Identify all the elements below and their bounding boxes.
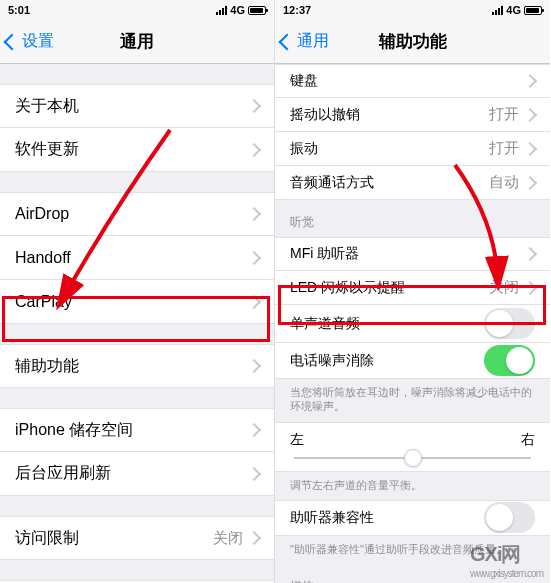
row-led-flash[interactable]: LED 闪烁以示提醒关闭 <box>275 271 550 305</box>
balance-slider[interactable] <box>294 457 531 459</box>
nav-bar: 设置 通用 <box>0 20 274 64</box>
row-noise-cancel[interactable]: 电话噪声消除 <box>275 343 550 379</box>
row-vibration[interactable]: 振动打开 <box>275 132 550 166</box>
row-airdrop[interactable]: AirDrop <box>0 192 274 236</box>
row-keyboard[interactable]: 键盘 <box>275 64 550 98</box>
status-time: 12:37 <box>283 4 311 16</box>
nav-bar: 通用 辅助功能 <box>275 20 550 64</box>
row-call-audio[interactable]: 音频通话方式自动 <box>275 166 550 200</box>
balance-right-label: 右 <box>521 431 535 449</box>
signal-icon <box>492 6 503 15</box>
back-button[interactable]: 通用 <box>275 31 329 52</box>
balance-left-label: 左 <box>290 431 304 449</box>
row-restrictions[interactable]: 访问限制关闭 <box>0 516 274 560</box>
row-background-refresh[interactable]: 后台应用刷新 <box>0 452 274 496</box>
balance-slider-row: 左 右 <box>275 422 550 472</box>
hearing-compat-toggle[interactable] <box>484 502 535 533</box>
watermark: GXi网 www.gxisystem.com <box>470 541 543 579</box>
noise-cancel-footer: 当您将听筒放在耳边时，噪声消除将减少电话中的环境噪声。 <box>275 379 550 422</box>
row-software-update[interactable]: 软件更新 <box>0 128 274 172</box>
row-carplay[interactable]: CarPlay <box>0 280 274 324</box>
status-bar: 12:37 4G <box>275 0 550 20</box>
noise-cancel-toggle[interactable] <box>484 345 535 376</box>
row-about[interactable]: 关于本机 <box>0 84 274 128</box>
status-bar: 5:01 4G <box>0 0 274 20</box>
accessibility-screen: 12:37 4G 通用 辅助功能 键盘 摇动以撤销打开 振动打开 音频通话方式自… <box>275 0 550 583</box>
row-mono-audio[interactable]: 单声道音频 <box>275 305 550 343</box>
row-accessibility[interactable]: 辅助功能 <box>0 344 274 388</box>
row-hearing-compat[interactable]: 助听器兼容性 <box>275 500 550 536</box>
back-button[interactable]: 设置 <box>0 31 54 52</box>
status-time: 5:01 <box>8 4 30 16</box>
battery-icon <box>524 6 542 15</box>
hearing-header: 听觉 <box>275 200 550 237</box>
settings-general-screen: 5:01 4G 设置 通用 关于本机 软件更新 AirDrop Handoff … <box>0 0 275 583</box>
row-handoff[interactable]: Handoff <box>0 236 274 280</box>
balance-footer: 调节左右声道的音量平衡。 <box>275 472 550 500</box>
signal-icon <box>216 6 227 15</box>
row-storage[interactable]: iPhone 储存空间 <box>0 408 274 452</box>
network-label: 4G <box>230 4 245 16</box>
network-label: 4G <box>506 4 521 16</box>
battery-icon <box>248 6 266 15</box>
row-mfi[interactable]: MFi 助听器 <box>275 237 550 271</box>
row-shake-undo[interactable]: 摇动以撤销打开 <box>275 98 550 132</box>
mono-audio-toggle[interactable] <box>484 308 535 339</box>
